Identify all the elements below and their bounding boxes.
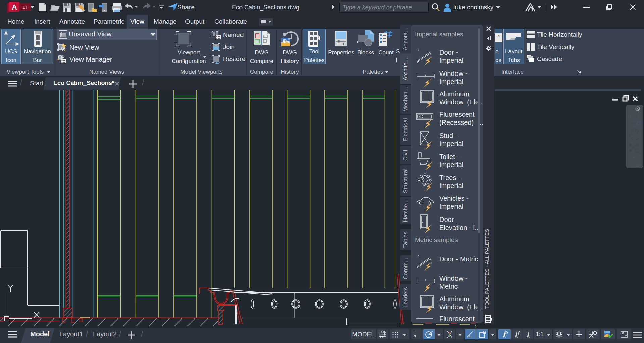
svg-text:A: A [12, 3, 17, 11]
svg-text:2D: 2D [636, 120, 642, 125]
svg-text:×: × [498, 34, 500, 38]
svg-text:LT: LT [23, 5, 28, 10]
